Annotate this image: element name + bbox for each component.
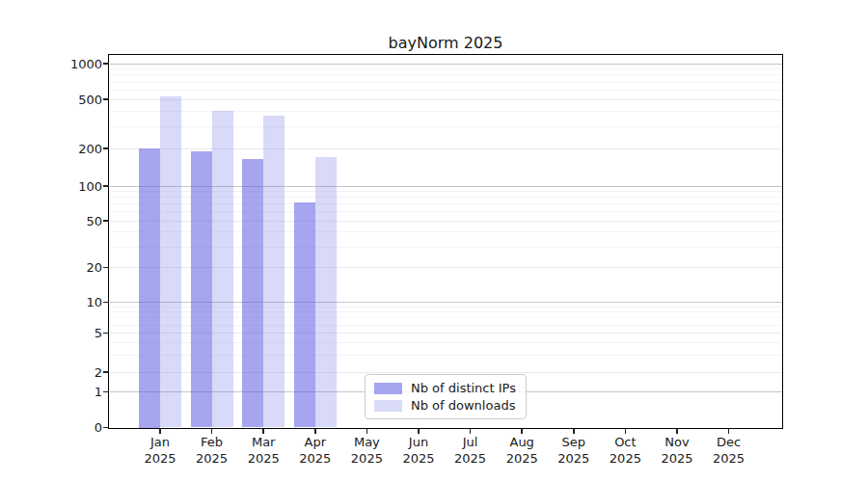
bar-downloads-mar xyxy=(263,116,285,428)
bar-distinct-ips-jan xyxy=(139,148,160,428)
x-label-month: Mar xyxy=(236,434,290,450)
x-label-year: 2025 xyxy=(547,450,601,467)
x-label-month: Oct xyxy=(598,434,652,450)
x-label-year: 2025 xyxy=(133,450,187,467)
x-label-year: 2025 xyxy=(236,450,290,467)
gridline-minor-400 xyxy=(110,111,782,112)
y-tick-50 xyxy=(103,220,109,222)
x-tick-label-jan: Jan2025 xyxy=(133,434,187,467)
legend-label-downloads: Nb of downloads xyxy=(411,398,515,413)
y-tick-0 xyxy=(103,427,109,429)
legend-item-distinct-ips: Nb of distinct IPs xyxy=(374,381,517,395)
x-label-month: Jun xyxy=(392,434,446,450)
legend-swatch-distinct-ips xyxy=(374,383,402,394)
x-label-year: 2025 xyxy=(650,450,704,467)
gridline-semi-500 xyxy=(110,99,782,100)
x-label-month: Jan xyxy=(133,434,187,450)
bar-distinct-ips-feb xyxy=(191,151,212,428)
y-tick-label-100: 100 xyxy=(35,178,102,195)
x-tick-label-dec: Dec2025 xyxy=(702,434,756,467)
x-tick-label-jun: Jun2025 xyxy=(392,434,446,467)
gridline-minor-300 xyxy=(110,126,782,127)
legend-item-downloads: Nb of downloads xyxy=(374,398,517,413)
x-tick-label-feb: Feb2025 xyxy=(185,434,239,467)
gridline-minor-900 xyxy=(110,68,782,69)
x-tick-label-aug: Aug2025 xyxy=(495,434,549,467)
x-label-month: Jul xyxy=(444,434,498,450)
x-label-year: 2025 xyxy=(444,450,498,467)
gridline-minor-700 xyxy=(110,82,782,83)
gridline-major-1000 xyxy=(110,64,782,65)
y-tick-label-500: 500 xyxy=(35,92,102,108)
x-label-year: 2025 xyxy=(598,450,652,467)
y-tick-label-20: 20 xyxy=(35,259,102,276)
x-label-month: May xyxy=(339,434,393,450)
y-tick-1000 xyxy=(103,63,109,65)
bar-distinct-ips-apr xyxy=(294,202,315,427)
legend-label-distinct-ips: Nb of distinct IPs xyxy=(411,381,516,395)
y-tick-label-2: 2 xyxy=(35,364,102,381)
x-label-month: Apr xyxy=(288,434,342,450)
bar-downloads-apr xyxy=(315,157,337,427)
x-tick-label-sep: Sep2025 xyxy=(547,434,601,467)
y-tick-label-50: 50 xyxy=(35,213,102,229)
x-label-year: 2025 xyxy=(288,450,342,467)
matplotlib-figure: bayNorm 2025 Nb of distinct IPs Nb of do… xyxy=(0,0,868,482)
gridline-minor-600 xyxy=(110,90,782,91)
x-label-year: 2025 xyxy=(339,450,393,467)
y-tick-label-5: 5 xyxy=(35,325,102,341)
x-label-month: Aug xyxy=(495,434,549,450)
x-label-year: 2025 xyxy=(392,450,446,467)
y-tick-label-1: 1 xyxy=(35,384,102,400)
x-tick-label-nov: Nov2025 xyxy=(650,434,704,467)
gridline-minor-800 xyxy=(110,74,782,75)
x-label-year: 2025 xyxy=(495,450,549,467)
y-tick-20 xyxy=(103,267,109,269)
gridline-semi-200 xyxy=(110,148,782,149)
x-label-month: Sep xyxy=(547,434,601,450)
chart-title: bayNorm 2025 xyxy=(109,34,782,53)
x-label-year: 2025 xyxy=(185,450,239,467)
x-label-month: Nov xyxy=(650,434,704,450)
x-tick-label-apr: Apr2025 xyxy=(288,434,342,467)
y-tick-1 xyxy=(103,391,109,393)
legend-swatch-downloads xyxy=(374,400,402,412)
y-tick-200 xyxy=(103,147,109,149)
y-tick-label-200: 200 xyxy=(35,141,102,157)
x-tick-label-oct: Oct2025 xyxy=(598,434,652,467)
x-tick-label-may: May2025 xyxy=(339,434,393,467)
y-tick-10 xyxy=(103,302,109,304)
x-label-month: Dec xyxy=(702,434,756,450)
x-label-year: 2025 xyxy=(702,450,756,467)
y-tick-5 xyxy=(103,333,109,335)
y-tick-label-1000: 1000 xyxy=(35,56,102,72)
y-tick-2 xyxy=(103,371,109,373)
x-label-month: Feb xyxy=(185,434,239,450)
y-tick-label-10: 10 xyxy=(35,294,102,310)
y-tick-100 xyxy=(103,185,109,187)
bar-distinct-ips-mar xyxy=(242,159,263,428)
bar-downloads-feb xyxy=(212,111,233,427)
x-tick-label-jul: Jul2025 xyxy=(444,434,498,467)
bar-downloads-jan xyxy=(160,96,181,428)
y-tick-label-0: 0 xyxy=(35,419,102,436)
legend: Nb of distinct IPs Nb of downloads xyxy=(365,374,527,419)
y-tick-500 xyxy=(103,98,109,100)
x-tick-label-mar: Mar2025 xyxy=(236,434,290,467)
